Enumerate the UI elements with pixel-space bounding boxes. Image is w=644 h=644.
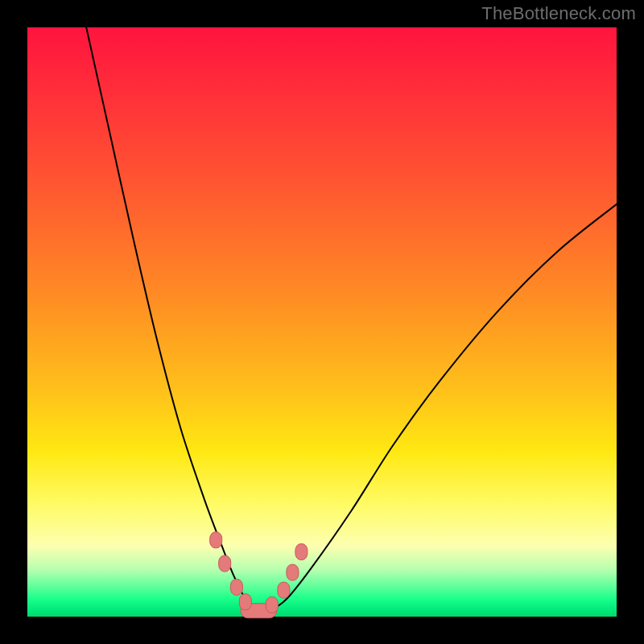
highlight-marker: [219, 555, 231, 572]
chart-frame: TheBottleneck.com: [0, 0, 644, 644]
highlight-marker: [278, 582, 290, 598]
highlight-marker: [295, 544, 308, 560]
highlight-marker: [239, 594, 251, 610]
marker-group: [210, 532, 308, 618]
highlight-marker: [210, 532, 222, 548]
chart-svg: [27, 27, 617, 617]
highlight-marker: [287, 564, 299, 580]
highlight-marker: [230, 579, 242, 595]
highlight-marker: [266, 597, 278, 613]
watermark-text: TheBottleneck.com: [481, 3, 636, 24]
bottleneck-curve: [86, 27, 617, 613]
